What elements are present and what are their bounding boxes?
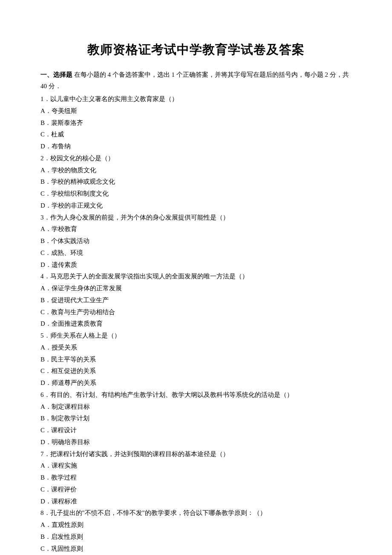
option-text: D．明确培养目标 [40,436,352,448]
option-text: D．学校的非正规文化 [40,200,352,212]
option-text: B．教学过程 [40,472,352,484]
option-text: A．课程实施 [40,460,352,472]
question-block: 2．校园文化的核心是（）A．学校的物质文化B．学校的精神或观念文化C．学校组织和… [40,153,352,212]
option-text: C．巩固性原则 [40,543,352,555]
option-text: A．制定课程目标 [40,401,352,413]
option-text: B．个体实践活动 [40,235,352,247]
option-text: D．布鲁纳 [40,141,352,153]
option-text: B．促进现代大工业生产 [40,295,352,306]
question-block: 7．把课程计划付诸实践，并达到预期的课程目标的基本途径是（）A．课程实施B．教学… [40,448,352,508]
option-text: B．民主平等的关系 [40,354,352,366]
option-text: A．保证学生身体的正常发展 [40,283,352,295]
option-text: C．相互促进的关系 [40,365,352,377]
page-title: 教师资格证考试中学教育学试卷及答案 [40,38,352,61]
option-text: C．学校组织和制度文化 [40,188,352,200]
questions-container: 1．以儿童中心主义著名的实用主义教育家是（）A．夸美纽斯B．裴斯泰洛齐C．杜威D… [40,93,352,555]
option-text: D．师道尊严的关系 [40,377,352,389]
option-text: D．课程标准 [40,496,352,508]
option-text: B．学校的精神或观念文化 [40,176,352,188]
question-block: 5．师生关系在人格上是（）A．授受关系B．民主平等的关系C．相互促进的关系D．师… [40,330,352,389]
option-text: A．学校的物质文化 [40,165,352,176]
option-text: A．夸美纽斯 [40,105,352,117]
option-text: C．课程设计 [40,425,352,436]
option-text: A．学校教育 [40,223,352,235]
option-text: C．教育与生产劳动相结合 [40,306,352,318]
option-text: D．全面推进素质教育 [40,318,352,330]
option-text: B．制定教学计划 [40,413,352,425]
option-text: B．裴斯泰洛齐 [40,117,352,129]
section-instructions: 一、选择题 在每小题的 4 个备选答案中，选出 1 个正确答案，并将其字母写在题… [40,69,352,93]
option-text: B．启发性原则 [40,531,352,543]
question-text: 4．马克思关于人的全面发展学说指出实现人的全面发展的唯一方法是（） [40,271,352,283]
question-block: 6．有目的、有计划、有结构地产生教学计划、教学大纲以及教科书等系统化的活动是（）… [40,389,352,448]
option-text: D．遗传素质 [40,259,352,271]
section-label: 一、选择题 [40,71,72,78]
question-block: 4．马克思关于人的全面发展学说指出实现人的全面发展的唯一方法是（）A．保证学生身… [40,271,352,330]
instructions-text: 在每小题的 4 个备选答案中，选出 1 个正确答案，并将其字母写在题后的括号内，… [40,71,349,90]
question-text: 3．作为人身心发展的前提，并为个体的身心发展提供可能性是（） [40,212,352,224]
question-text: 6．有目的、有计划、有结构地产生教学计划、教学大纲以及教科书等系统化的活动是（） [40,389,352,401]
question-text: 7．把课程计划付诸实践，并达到预期的课程目标的基本途径是（） [40,448,352,460]
option-text: A．授受关系 [40,342,352,354]
question-block: 1．以儿童中心主义著名的实用主义教育家是（）A．夸美纽斯B．裴斯泰洛齐C．杜威D… [40,93,352,153]
question-block: 8．孔子提出的"不愤不启，不悱不发"的教学要求，符合以下哪条教学原则：（）A．直… [40,507,352,555]
option-text: C．杜威 [40,129,352,141]
question-text: 5．师生关系在人格上是（） [40,330,352,342]
question-block: 3．作为人身心发展的前提，并为个体的身心发展提供可能性是（）A．学校教育B．个体… [40,212,352,271]
question-text: 1．以儿童中心主义著名的实用主义教育家是（） [40,93,352,105]
option-text: C．成熟、环境 [40,247,352,259]
option-text: A．直观性原则 [40,519,352,531]
question-text: 8．孔子提出的"不愤不启，不悱不发"的教学要求，符合以下哪条教学原则：（） [40,507,352,519]
option-text: C．课程评价 [40,484,352,496]
question-text: 2．校园文化的核心是（） [40,153,352,165]
